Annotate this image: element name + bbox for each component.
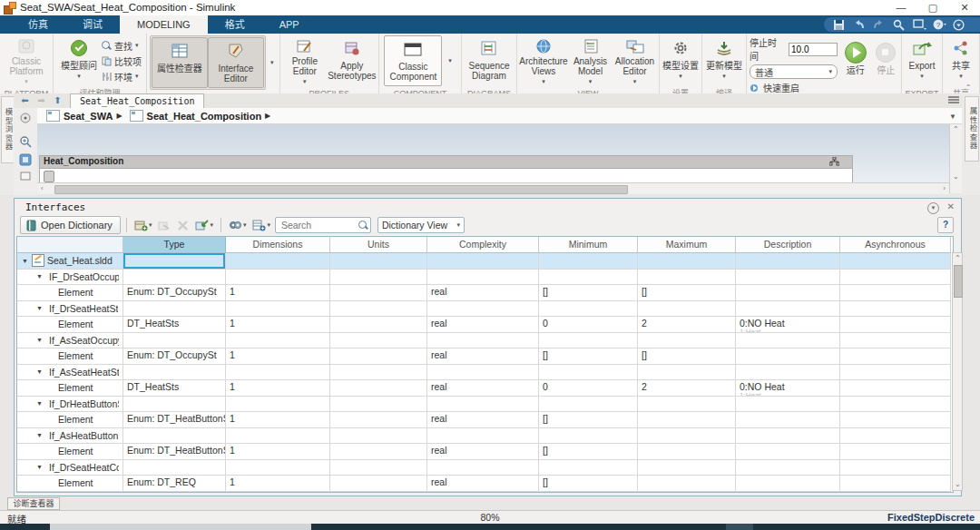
cell-asynchronous[interactable] [840, 365, 951, 381]
cell-units[interactable] [330, 333, 427, 349]
cell-minimum[interactable] [539, 270, 638, 286]
architecture-views-button[interactable]: Architecture Views▾ [520, 35, 567, 86]
refresh-button[interactable]: ▾ [227, 217, 249, 233]
tree-cell[interactable]: ▼Seat_Heat.sldd [17, 253, 123, 270]
cell-complexity[interactable]: real [427, 412, 539, 428]
cell-type[interactable]: Enum: DT_REQ [123, 476, 226, 492]
cell-maximum[interactable]: 2 [638, 380, 736, 397]
zoom-icon[interactable] [893, 19, 905, 31]
hscroll-thumb[interactable] [54, 185, 628, 194]
help-button[interactable]: ? [937, 217, 954, 233]
cell-units[interactable] [330, 428, 427, 445]
view-mode-select[interactable]: Dictionary View▾ [377, 217, 465, 233]
cell-complexity[interactable]: real [427, 285, 539, 301]
sequence-diagram-button[interactable]: Sequence Diagram [465, 35, 514, 86]
classic-platform-button[interactable]: Classic Platform▾ [3, 35, 50, 86]
model-settings-button[interactable]: 模型设置▾ [662, 35, 699, 86]
cell-type[interactable] [123, 253, 226, 270]
thumbnail-icon[interactable] [19, 170, 32, 182]
table-row[interactable]: ElementEnum: DT_OccupySt1real[][] [17, 348, 953, 365]
cell-maximum[interactable] [638, 270, 736, 286]
column-header-Units[interactable]: Units [330, 237, 427, 253]
desktop-icon[interactable] [913, 19, 925, 31]
column-header-Type[interactable]: Type [123, 237, 226, 253]
up-icon[interactable]: ⬆ [52, 95, 64, 106]
cell-minimum[interactable]: [] [539, 444, 638, 460]
cell-maximum[interactable] [638, 365, 736, 381]
cell-description[interactable] [736, 444, 840, 460]
column-header-Minimum[interactable]: Minimum [539, 237, 638, 253]
column-header-Complexity[interactable]: Complexity [427, 237, 539, 253]
table-row[interactable]: ▼If_DrSeatHeatSt [17, 301, 953, 318]
cell-asynchronous[interactable] [840, 348, 951, 365]
cell-type[interactable]: Enum: DT_OccupySt [123, 285, 226, 301]
tree-cell[interactable]: Element [17, 317, 123, 333]
forward-icon[interactable]: ➡ [35, 95, 47, 106]
cell-units[interactable] [330, 270, 427, 286]
tree-cell[interactable]: ▼If_AsSeatOccupy [17, 333, 123, 349]
cell-type[interactable]: Enum: DT_HeatButtonSt [123, 412, 226, 428]
design-dropdown[interactable]: ▾ [268, 59, 277, 66]
close-button[interactable]: ✕ [951, 0, 978, 15]
menu-tab-4[interactable]: APP [262, 15, 317, 34]
cell-minimum[interactable] [539, 301, 638, 318]
collapse-ribbon-icon[interactable]: ⌃ [962, 83, 975, 92]
cell-type[interactable] [123, 333, 226, 349]
table-row[interactable]: ElementDT_HeatSts1real020:NO Heat1:Heat.… [17, 317, 953, 333]
table-row[interactable]: ▼If_AsHeatButtonSt [17, 428, 953, 445]
doc-menu-icon[interactable] [948, 96, 959, 105]
cell-type[interactable]: Enum: DT_HeatButtonSt [123, 444, 226, 460]
cell-asynchronous[interactable] [840, 397, 951, 413]
cell-complexity[interactable] [427, 460, 539, 476]
cell-units[interactable] [330, 476, 427, 492]
search-input[interactable] [279, 219, 358, 231]
environment-button[interactable]: 环境▾ [102, 70, 142, 83]
cell-complexity[interactable]: real [427, 476, 539, 492]
search-icon[interactable] [358, 221, 368, 231]
classic-component-button[interactable]: Classic Component [384, 35, 442, 86]
cell-dimensions[interactable]: 1 [226, 348, 330, 365]
cell-minimum[interactable] [539, 397, 638, 413]
column-header-Description[interactable]: Description [736, 237, 840, 253]
cell-units[interactable] [330, 285, 427, 301]
minimize-button[interactable]: — [887, 0, 915, 15]
cell-type[interactable]: DT_HeatSts [123, 317, 226, 333]
cell-dimensions[interactable]: 1 [226, 317, 330, 333]
model-advisor-button[interactable]: 模型顾问▾ [58, 35, 100, 86]
model-canvas[interactable]: Heat_Composition [37, 124, 949, 182]
table-row[interactable]: ▼If_AsSeatHeatSt [17, 365, 953, 381]
cell-type[interactable] [123, 301, 226, 318]
cell-complexity[interactable] [427, 270, 539, 286]
scroll-left-icon[interactable]: ‹ [41, 183, 44, 194]
cell-units[interactable] [330, 460, 427, 476]
chevron-right-icon[interactable]: ▶ [116, 112, 122, 120]
document-tab[interactable]: Seat_Heat_Composition [70, 93, 204, 108]
cell-maximum[interactable] [638, 253, 736, 270]
cell-complexity[interactable] [427, 253, 539, 270]
tree-cell[interactable]: ▼If_DrSeatHeatCo [17, 460, 123, 476]
cell-type[interactable] [123, 397, 226, 413]
cell-maximum[interactable] [638, 412, 736, 428]
cell-description[interactable] [736, 333, 840, 349]
cell-minimum[interactable]: [] [539, 412, 638, 428]
cell-minimum[interactable] [539, 428, 638, 445]
expand-arrow-icon[interactable]: ▼ [36, 368, 44, 375]
table-row[interactable]: ElementEnum: DT_OccupySt1real[][] [17, 285, 953, 301]
cell-units[interactable] [330, 317, 427, 333]
cell-dimensions[interactable]: 1 [226, 380, 330, 397]
cell-minimum[interactable] [539, 460, 638, 476]
open-dictionary-button[interactable]: Open Dictionary [20, 216, 121, 234]
cell-maximum[interactable] [638, 333, 736, 349]
table-row[interactable]: ▼Seat_Heat.sldd [17, 253, 953, 270]
table-row[interactable]: ElementEnum: DT_HeatButtonSt1real[] [17, 444, 953, 460]
table-row[interactable]: ▼If_DrHeatButtonSt [17, 397, 953, 413]
cell-description[interactable]: 0:NO Heat1:Heat... [736, 317, 840, 333]
scroll-down-icon[interactable]: ⌄ [955, 479, 961, 490]
tree-cell[interactable]: ▼If_DrHeatButtonSt [17, 397, 123, 413]
cell-type[interactable] [123, 365, 226, 381]
tree-cell[interactable]: ▼If_AsSeatHeatSt [17, 365, 123, 381]
cell-minimum[interactable] [539, 365, 638, 381]
cell-maximum[interactable] [638, 301, 736, 318]
cell-description[interactable] [736, 348, 840, 365]
cell-dimensions[interactable] [226, 460, 330, 476]
